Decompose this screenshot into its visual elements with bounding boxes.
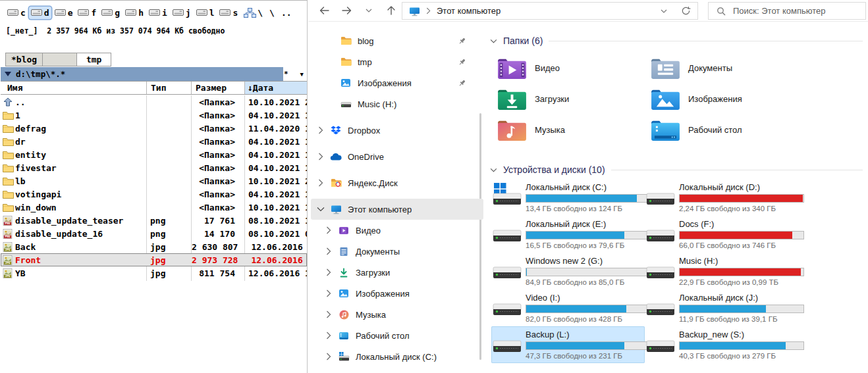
- drive-usage-bar: [679, 231, 804, 239]
- sidebar-item-blog[interactable]: blog: [311, 30, 483, 51]
- sidebar-item-Локальный диск (C:)[interactable]: Локальный диск (C:): [311, 346, 483, 367]
- refresh-button[interactable]: [681, 6, 691, 16]
- up-button[interactable]: [382, 1, 400, 20]
- drive-button-c[interactable]: c: [5, 7, 28, 19]
- folder-tile-Изображения[interactable]: Изображения: [645, 84, 798, 114]
- file-row-Front[interactable]: JPGFrontjpg2 973 72812.06.2016 12: [1, 253, 307, 266]
- back-button[interactable]: [315, 1, 333, 20]
- breadcrumb[interactable]: Этот компьютер: [437, 6, 501, 16]
- drive-tile-Локальный диск (C:)[interactable]: Локальный диск (C:)13,4 ГБ свободно из 1…: [491, 179, 645, 216]
- address-dropdown-button[interactable]: [661, 9, 667, 13]
- file-row-votingapi[interactable]: votingapi<Папка>04.10.2021 17: [1, 187, 307, 201]
- drive-tile-Docs (F:)[interactable]: Docs (F:)66,0 ГБ свободно из 746 ГБ: [645, 216, 798, 253]
- path-bar[interactable]: d:\tmp\*.*: [1, 67, 283, 81]
- music-small-icon: [337, 310, 350, 320]
- chevron-down-icon[interactable]: [490, 39, 497, 43]
- network-drive-button[interactable]: \: [241, 7, 265, 19]
- sidebar-item-Яндекс.Диск[interactable]: Яндекс.Диск: [311, 172, 483, 193]
- drive-tile-Video (I:)[interactable]: Video (I:)82,0 ГБ свободно из 428 ГБ: [491, 289, 645, 326]
- sidebar-item-Dropbox[interactable]: Dropbox: [311, 120, 483, 141]
- folder-tile-Загрузки[interactable]: Загрузки: [491, 84, 645, 114]
- file-row-..[interactable]: ..<Папка>10.10.2021 20: [1, 95, 307, 109]
- chevron-right-icon[interactable]: [316, 153, 325, 161]
- folder-tab-tmp[interactable]: tmp: [77, 53, 111, 66]
- drive-button-s[interactable]: s: [217, 7, 240, 19]
- drive-button-j[interactable]: j: [171, 7, 193, 19]
- chevron-right-icon[interactable]: [324, 268, 333, 276]
- file-row-lb[interactable]: lb<Папка>10.10.2021 20: [1, 174, 307, 187]
- drive-tile-Backup_new (S:)[interactable]: Backup_new (S:)40,3 ГБ свободно из 279 Г…: [645, 326, 798, 363]
- select-all-button[interactable]: *: [284, 70, 288, 78]
- drive-button-f[interactable]: f: [76, 7, 98, 19]
- chevron-right-icon[interactable]: [324, 311, 333, 318]
- explorer-window: Этот компьютер Поиск: Этот компьютер blo…: [308, 0, 868, 373]
- folders-section-header[interactable]: Папки (6): [490, 34, 863, 47]
- sidebar-item-Документы[interactable]: Документы: [311, 241, 483, 262]
- parent-dir-button[interactable]: ..: [279, 7, 294, 19]
- file-row-win_down[interactable]: win_down<Папка>10.10.2021 12: [1, 201, 307, 214]
- path-dropdown-icon[interactable]: [5, 72, 11, 76]
- search-box[interactable]: Поиск: Этот компьютер: [708, 2, 866, 20]
- drive-tile-Локальный диск (J:)[interactable]: Локальный диск (J:)11,9 ГБ свободно из 3…: [645, 289, 798, 326]
- sidebar-item-Музыка[interactable]: Музыка: [311, 304, 483, 325]
- file-row-dr[interactable]: dr<Папка>04.10.2021 17: [1, 135, 307, 148]
- file-row-fivestar[interactable]: fivestar<Папка>04.10.2021 17: [1, 161, 307, 174]
- folder-tile-Музыка[interactable]: Музыка: [491, 114, 645, 145]
- file-row-disable_update_teaser[interactable]: PNGdisable_update_teaserpng17 76108.10.2…: [1, 214, 307, 227]
- sidebar-item-Music (H:)[interactable]: Music (H:): [311, 93, 483, 114]
- drive-tile-Локальный диск (E:)[interactable]: Локальный диск (E:)16,5 ГБ свободно из 7…: [491, 216, 645, 253]
- history-dropdown-button[interactable]: ▼: [300, 71, 304, 78]
- column-header-type[interactable]: Тип: [147, 82, 192, 94]
- chevron-right-icon[interactable]: [316, 126, 325, 134]
- chevron-right-icon[interactable]: [324, 353, 333, 361]
- chevron-right-icon[interactable]: [324, 332, 333, 339]
- sidebar-item-Этот компьютер[interactable]: Этот компьютер: [311, 199, 483, 220]
- file-row-defrag[interactable]: defrag<Папка>11.04.2020 19: [1, 122, 307, 135]
- drive-tile-Локальный диск (D:)[interactable]: Локальный диск (D:)2,24 ГБ свободно из 3…: [645, 179, 798, 216]
- chevron-right-icon[interactable]: [324, 226, 333, 234]
- drive-button-g[interactable]: g: [99, 7, 122, 19]
- recent-locations-button[interactable]: [360, 1, 378, 20]
- chevron-down-icon[interactable]: [490, 168, 497, 172]
- file-row-Back[interactable]: JPGBackjpg2 630 80712.06.2016 12: [1, 240, 307, 253]
- drive-button-e[interactable]: e: [53, 7, 75, 19]
- drive-free-space: 22,9 ГБ свободно из 0,99 ТБ: [679, 278, 804, 286]
- drives-section-header[interactable]: Устройства и диски (10): [490, 163, 863, 176]
- sidebar-item-Изображения[interactable]: Изображения: [311, 72, 483, 93]
- sidebar-item-tmp[interactable]: tmp: [311, 51, 483, 72]
- sidebar-item-OneDrive[interactable]: OneDrive: [311, 146, 483, 167]
- file-row-disable_update_16[interactable]: PNGdisable_update_16png14 17008.10.2021 …: [1, 227, 307, 240]
- forward-button[interactable]: [337, 1, 356, 20]
- drive-tile-Music (H:)[interactable]: Music (H:)22,9 ГБ свободно из 0,99 ТБ: [645, 253, 798, 289]
- drive-button-i[interactable]: i: [147, 7, 169, 19]
- file-row-1[interactable]: 1<Папка>04.10.2021 17: [1, 109, 307, 122]
- folder-tile-Документы[interactable]: Документы: [645, 53, 798, 84]
- chevron-right-icon[interactable]: [324, 289, 333, 297]
- sidebar-item-Изображения[interactable]: Изображения: [311, 283, 483, 304]
- sidebar-item-Загрузки[interactable]: Загрузки: [311, 262, 483, 283]
- folder-tab-*blog[interactable]: *blog: [5, 53, 43, 66]
- drive-tile-Backup (L:)[interactable]: Backup (L:)47,3 ГБ свободно из 231 ГБ: [491, 326, 645, 363]
- address-bar[interactable]: Этот компьютер: [402, 2, 698, 20]
- folder-tile-label: Загрузки: [535, 94, 569, 104]
- file-row-entity[interactable]: entity<Папка>04.10.2021 17: [1, 148, 307, 161]
- chevron-right-icon[interactable]: [316, 179, 325, 187]
- drive-button-l[interactable]: l: [194, 7, 217, 19]
- root-dir-button[interactable]: \: [267, 7, 277, 19]
- sidebar-item-label: blog: [358, 36, 374, 46]
- sidebar-item-Видео[interactable]: Видео: [311, 220, 483, 241]
- folder-tile-Рабочий стол[interactable]: Рабочий стол: [645, 114, 798, 145]
- column-header-name[interactable]: Имя: [1, 82, 147, 94]
- chevron-right-icon[interactable]: [324, 247, 333, 255]
- sidebar-item-Рабочий стол[interactable]: Рабочий стол: [311, 325, 483, 346]
- column-header-size[interactable]: Размер: [192, 82, 245, 94]
- drive-free-space: 40,3 ГБ свободно из 279 ГБ: [679, 352, 804, 360]
- drive-tile-Windows new 2 (G:)[interactable]: Windows new 2 (G:)84,9 ГБ свободно из 85…: [491, 253, 645, 289]
- folder-tile-Видео[interactable]: Видео: [491, 53, 645, 84]
- file-row-YB[interactable]: JPGYBjpg811 75412.06.2016 11: [1, 266, 307, 280]
- column-header-date-sorted[interactable]: ↓Дата: [245, 82, 307, 94]
- drive-button-d[interactable]: d: [29, 7, 51, 19]
- drive-button-h[interactable]: h: [123, 7, 146, 19]
- chevron-down-icon[interactable]: [316, 207, 325, 212]
- folder-tab-blank[interactable]: [43, 53, 77, 66]
